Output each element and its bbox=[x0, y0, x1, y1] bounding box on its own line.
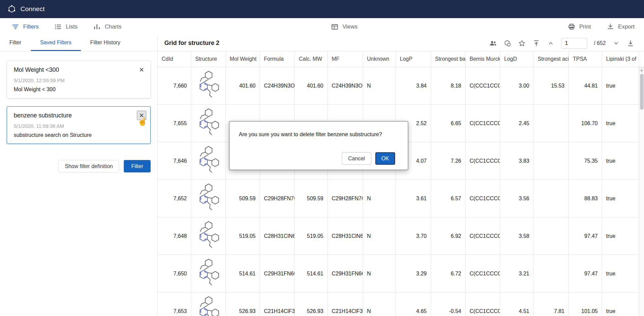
cell-mol-weight: 526.93 bbox=[226, 293, 260, 316]
cell-bemis-murcko: C(CCC1CCCC bbox=[466, 67, 500, 104]
star-icon[interactable] bbox=[518, 39, 526, 47]
column-header-structure[interactable]: Structure bbox=[191, 51, 226, 67]
filters-button[interactable]: Filters bbox=[11, 23, 39, 31]
tab-saved-filters[interactable]: Saved Filters bbox=[31, 35, 81, 51]
cell-unknown: N bbox=[363, 255, 396, 292]
cell-strongest-acidic bbox=[534, 142, 569, 179]
show-filter-definition-button[interactable]: Show filter definition bbox=[58, 160, 119, 172]
next-page-icon[interactable] bbox=[612, 39, 620, 47]
cell-strongest-acidic bbox=[534, 105, 569, 142]
column-header-logp[interactable]: LogP bbox=[396, 51, 431, 67]
first-page-icon[interactable] bbox=[532, 39, 540, 47]
table-row[interactable]: 7,660 401.60 C24H39N3O2 401.60 C24H39N3O… bbox=[158, 67, 644, 105]
filter-button[interactable]: Filter bbox=[124, 160, 151, 172]
users-icon[interactable] bbox=[489, 39, 497, 47]
tab-filter-history[interactable]: Filter History bbox=[81, 35, 130, 51]
molecule-structure-image bbox=[195, 144, 221, 178]
bar-chart-icon bbox=[93, 23, 101, 31]
page-number-input[interactable] bbox=[561, 38, 587, 49]
cell-bemis-murcko: C(CC1CCCC(( bbox=[466, 293, 500, 316]
export-button[interactable]: Export bbox=[606, 23, 635, 31]
column-header-mf[interactable]: MF bbox=[328, 51, 363, 67]
scrollbar-up-arrow-icon[interactable]: ▲ bbox=[639, 67, 644, 73]
cell-tpsa: 101.05 bbox=[569, 293, 602, 316]
cell-logp: 3.61 bbox=[396, 180, 431, 217]
cell-lipinski: true bbox=[602, 217, 639, 255]
column-header-strongest-acidic[interactable]: Strongest aci bbox=[534, 51, 569, 67]
views-label: Views bbox=[342, 23, 358, 30]
lists-button[interactable]: Lists bbox=[54, 23, 77, 31]
cell-lipinski: true bbox=[602, 293, 639, 316]
cell-formula: C21H14ClF3N bbox=[260, 293, 295, 316]
cell-logd: 3.56 bbox=[500, 180, 534, 217]
export-label: Export bbox=[618, 23, 635, 30]
views-button[interactable]: Views bbox=[331, 23, 358, 31]
cell-mol-weight: 519.05 bbox=[226, 217, 260, 255]
vertical-scrollbar[interactable]: ▲ bbox=[639, 67, 644, 316]
cell-mf: C29H31FN6C bbox=[328, 255, 363, 292]
delete-filter-icon[interactable]: × bbox=[137, 65, 146, 74]
cell-calc-mw: 401.60 bbox=[295, 67, 328, 104]
cell-bemis-murcko: C(CC1CCCCC bbox=[466, 180, 500, 217]
cell-strongest-acidic: 15.53 bbox=[534, 67, 569, 104]
cell-mol-weight: 401.60 bbox=[226, 67, 260, 104]
cell-structure bbox=[191, 105, 226, 142]
column-header-lipinski[interactable]: Lipinski (3 of bbox=[602, 51, 639, 67]
cell-cdid: 7,655 bbox=[158, 105, 191, 142]
column-header-formula[interactable]: Formula bbox=[260, 51, 295, 67]
cancel-button[interactable]: Cancel bbox=[342, 152, 371, 165]
saved-filter-timestamp: 5/1/2020, 12:55:59 PM bbox=[14, 77, 144, 83]
saved-filter-title: benzene substructure bbox=[14, 112, 144, 119]
cell-tpsa: 75.35 bbox=[569, 142, 602, 179]
last-page-icon[interactable] bbox=[627, 39, 635, 47]
molecule-structure-image bbox=[195, 219, 221, 253]
cell-mf: C21H14ClF3N bbox=[328, 293, 363, 316]
cell-logd: 3.00 bbox=[500, 67, 534, 104]
cell-lipinski: true bbox=[602, 67, 639, 104]
tab-filter[interactable]: Filter bbox=[0, 35, 31, 51]
connect-logo-icon[interactable] bbox=[7, 5, 16, 13]
dialog-actions: Cancel OK bbox=[342, 152, 395, 165]
column-header-unknown[interactable]: Unknown bbox=[363, 51, 396, 67]
table-row[interactable]: 7,653 526.93 C21H14ClF3N 526.93 C21H14Cl… bbox=[158, 293, 644, 316]
dialog-message: Are you sure you want to delete filter b… bbox=[239, 131, 398, 138]
ok-button[interactable]: OK bbox=[375, 152, 395, 165]
cell-mf: C29H28FN7C bbox=[328, 180, 363, 217]
column-header-cdid[interactable]: CdId bbox=[158, 51, 191, 67]
saved-filter-card[interactable]: Mol Weight <300 × 5/1/2020, 12:55:59 PM … bbox=[7, 61, 151, 98]
saved-filter-card-selected[interactable]: benzene substructure × 5/1/2020, 11:59:3… bbox=[7, 106, 151, 144]
previous-page-icon[interactable] bbox=[547, 39, 555, 47]
print-icon bbox=[568, 23, 576, 31]
structure-search-icon[interactable] bbox=[503, 39, 512, 47]
saved-filter-description: substructure search on Structure bbox=[14, 132, 144, 138]
print-button[interactable]: Print bbox=[568, 23, 591, 31]
cell-mol-weight: 509.59 bbox=[226, 180, 260, 217]
column-header-bemis-murcko[interactable]: Bemis Murck bbox=[466, 51, 500, 67]
cell-strongest-basic: 7.26 bbox=[431, 142, 466, 179]
cell-strongest-basic: -0.54 bbox=[431, 293, 466, 316]
table-row[interactable]: 7,648 519.05 C28H31ClN6( 519.05 C28H31Cl… bbox=[158, 217, 644, 255]
column-header-strongest-basic[interactable]: Strongest bas bbox=[431, 51, 466, 67]
cell-logd: 3.21 bbox=[500, 255, 534, 292]
column-header-calc-mw[interactable]: Calc. MW bbox=[295, 51, 328, 67]
column-header-logd[interactable]: LogD bbox=[500, 51, 534, 67]
cell-strongest-basic: 8.18 bbox=[431, 67, 466, 104]
charts-label: Charts bbox=[105, 23, 121, 30]
cell-strongest-basic: 6.65 bbox=[431, 105, 466, 142]
molecule-structure-image bbox=[195, 69, 221, 103]
molecule-structure-image bbox=[195, 107, 221, 140]
charts-button[interactable]: Charts bbox=[93, 23, 121, 31]
table-row[interactable]: 7,652 509.59 C29H28FN7C 509.59 C29H28FN7… bbox=[158, 180, 644, 217]
cell-bemis-murcko: C(CC1CCCCC bbox=[466, 255, 500, 292]
scrollbar-thumb[interactable] bbox=[640, 74, 644, 110]
table-row[interactable]: 7,650 514.61 C29H31FN6C 514.61 C29H31FN6… bbox=[158, 255, 644, 293]
cell-calc-mw: 509.59 bbox=[295, 180, 328, 217]
column-header-mol-weight[interactable]: Mol Weight bbox=[226, 51, 260, 67]
download-icon bbox=[606, 23, 614, 31]
top-app-bar: Connect bbox=[0, 0, 644, 18]
column-header-tpsa[interactable]: TPSA bbox=[569, 51, 602, 67]
cell-cdid: 7,646 bbox=[158, 142, 191, 179]
cell-calc-mw: 514.61 bbox=[295, 255, 328, 292]
cell-lipinski: true bbox=[602, 255, 639, 292]
filters-sidebar: Filter Saved Filters Filter History Mol … bbox=[0, 35, 158, 316]
